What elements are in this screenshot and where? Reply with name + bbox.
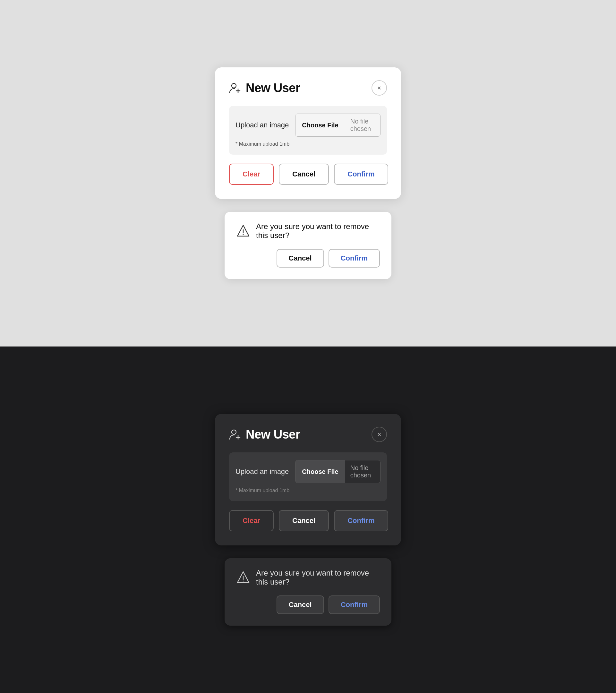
- upload-hint-light: * Maximum upload 1mb: [236, 141, 290, 146]
- svg-point-9: [243, 581, 244, 582]
- svg-point-4: [243, 234, 244, 235]
- light-section: New User × Upload an image Choose File N…: [0, 0, 616, 346]
- dialog-cancel-button-dark[interactable]: Cancel: [277, 595, 324, 614]
- clear-button-light[interactable]: Clear: [229, 164, 274, 185]
- cancel-button-dark[interactable]: Cancel: [279, 510, 329, 531]
- modal-title-group-dark: New User: [229, 428, 300, 441]
- close-button-dark[interactable]: ×: [372, 427, 387, 442]
- svg-point-0: [232, 83, 236, 88]
- upload-row-dark: Upload an image Choose File No file chos…: [236, 460, 380, 483]
- warning-icon-light: [236, 224, 250, 238]
- user-add-icon-light: [229, 82, 241, 94]
- confirm-dialog-actions-light: Cancel Confirm: [236, 249, 380, 268]
- confirm-dialog-message-light: Are you sure you want to remove this use…: [256, 222, 380, 240]
- dialog-confirm-button-light[interactable]: Confirm: [329, 249, 380, 268]
- confirm-dialog-dark: Are you sure you want to remove this use…: [224, 558, 392, 626]
- file-input-group-light: Choose File No file chosen: [295, 114, 380, 137]
- choose-file-button-light[interactable]: Choose File: [296, 114, 345, 136]
- modal-header-light: New User ×: [229, 80, 387, 96]
- clear-button-dark[interactable]: Clear: [229, 510, 274, 531]
- confirm-dialog-light: Are you sure you want to remove this use…: [224, 212, 392, 279]
- upload-section-dark: Upload an image Choose File No file chos…: [229, 452, 387, 501]
- upload-section-light: Upload an image Choose File No file chos…: [229, 106, 387, 155]
- confirm-dialog-body-dark: Are you sure you want to remove this use…: [236, 569, 380, 587]
- svg-point-5: [232, 430, 236, 434]
- upload-row-light: Upload an image Choose File No file chos…: [236, 114, 380, 137]
- new-user-modal-light: New User × Upload an image Choose File N…: [215, 67, 401, 199]
- file-input-group-dark: Choose File No file chosen: [295, 460, 380, 483]
- warning-icon-dark: [236, 571, 250, 585]
- user-add-icon-dark: [229, 428, 241, 440]
- upload-label-light: Upload an image: [236, 121, 289, 129]
- modal-title-dark: New User: [246, 428, 300, 441]
- upload-label-dark: Upload an image: [236, 468, 289, 476]
- modal-title-group-light: New User: [229, 81, 300, 95]
- dialog-cancel-button-light[interactable]: Cancel: [277, 249, 324, 268]
- confirm-button-light[interactable]: Confirm: [334, 164, 388, 185]
- confirm-dialog-message-dark: Are you sure you want to remove this use…: [256, 569, 380, 587]
- file-name-dark: No file chosen: [345, 460, 380, 483]
- modal-header-dark: New User ×: [229, 427, 387, 442]
- confirm-dialog-actions-dark: Cancel Confirm: [236, 595, 380, 614]
- action-row-dark: Clear Cancel Confirm: [229, 510, 387, 531]
- close-button-light[interactable]: ×: [372, 80, 387, 96]
- modal-title-light: New User: [246, 81, 300, 95]
- dialog-confirm-button-dark[interactable]: Confirm: [329, 595, 380, 614]
- action-row-light: Clear Cancel Confirm: [229, 164, 387, 185]
- new-user-modal-dark: New User × Upload an image Choose File N…: [215, 414, 401, 546]
- upload-hint-dark: * Maximum upload 1mb: [236, 488, 290, 493]
- choose-file-button-dark[interactable]: Choose File: [296, 460, 345, 483]
- dark-section: New User × Upload an image Choose File N…: [0, 346, 616, 693]
- confirm-dialog-body-light: Are you sure you want to remove this use…: [236, 222, 380, 240]
- cancel-button-light[interactable]: Cancel: [279, 164, 329, 185]
- file-name-light: No file chosen: [345, 114, 380, 136]
- confirm-button-dark[interactable]: Confirm: [334, 510, 388, 531]
